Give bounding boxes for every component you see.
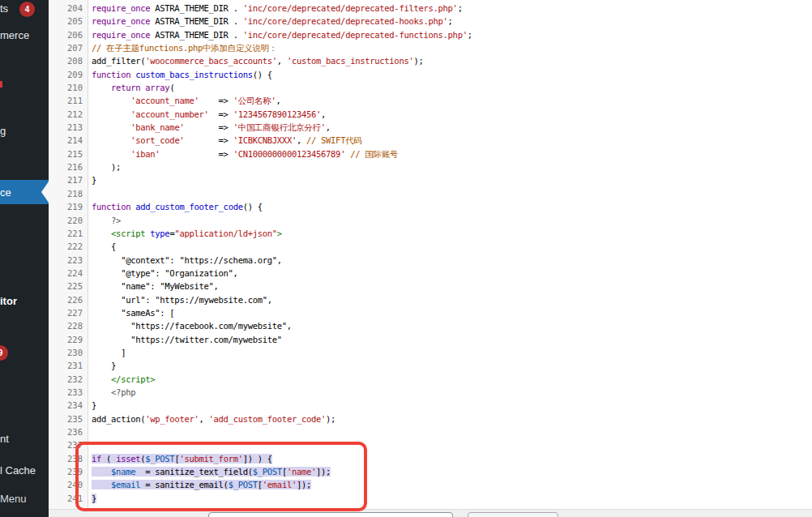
lookup-button[interactable] bbox=[468, 512, 558, 517]
code-editor[interactable]: require_once ASTRA_THEME_DIR . 'inc/core… bbox=[88, 0, 812, 509]
code-line[interactable]: ); bbox=[88, 160, 812, 173]
code-line[interactable]: 'account_name' => '公司名称', bbox=[88, 94, 812, 107]
code-line[interactable]: 'sort_code' => 'ICBKCNBJXXX', // SWIFT代码 bbox=[88, 134, 812, 147]
line-number: 222 bbox=[49, 240, 88, 253]
code-line[interactable]: { bbox=[88, 240, 812, 253]
code-line[interactable]: // 在子主题functions.php中添加自定义说明： bbox=[88, 41, 812, 54]
code-line[interactable]: function add_custom_footer_code() { bbox=[88, 200, 812, 213]
sidebar-item-menu[interactable]: Menu bbox=[0, 493, 27, 506]
code-line[interactable]: </script> bbox=[88, 373, 812, 386]
line-number: 216 bbox=[49, 160, 88, 173]
code-line[interactable]: 'iban' => 'CN1000000000123456789' // 国际账… bbox=[88, 147, 812, 160]
line-number: 208 bbox=[49, 54, 88, 67]
code-line[interactable]: add_action('wp_footer', 'add_custom_foot… bbox=[88, 412, 812, 425]
code-line[interactable]: "url": "https://mywebsite.com", bbox=[88, 293, 812, 306]
line-number: 205 bbox=[49, 15, 88, 28]
code-lines: require_once ASTRA_THEME_DIR . 'inc/core… bbox=[88, 2, 812, 505]
line-number: 235 bbox=[49, 412, 88, 425]
line-number: 227 bbox=[49, 306, 88, 319]
code-line[interactable]: require_once ASTRA_THEME_DIR . 'inc/core… bbox=[88, 28, 812, 41]
code-line[interactable]: ?> bbox=[88, 214, 812, 227]
line-number: 236 bbox=[49, 425, 88, 438]
sidebar-item-partial-2[interactable]: nt bbox=[0, 433, 9, 446]
code-line[interactable]: "https://twitter.com/mywebsite" bbox=[88, 333, 812, 346]
code-line[interactable]: "@context": "https://schema.org", bbox=[88, 254, 812, 267]
line-number: 204 bbox=[49, 2, 88, 15]
line-number: 225 bbox=[49, 280, 88, 293]
line-number: 209 bbox=[49, 68, 88, 81]
code-line[interactable]: 'bank_name' => '中国工商银行北京分行', bbox=[88, 121, 812, 134]
line-number: 206 bbox=[49, 28, 88, 41]
code-line[interactable]: "https://facebook.com/mywebsite", bbox=[88, 319, 812, 332]
line-number: 219 bbox=[49, 200, 88, 213]
line-number: 234 bbox=[49, 399, 88, 412]
active-item-arrow-icon bbox=[41, 182, 49, 203]
line-number: 215 bbox=[49, 147, 88, 160]
code-line[interactable]: } bbox=[88, 173, 812, 186]
documentation-select[interactable] bbox=[208, 512, 453, 517]
line-number: 214 bbox=[49, 134, 88, 147]
sidebar-item-woocommerce[interactable]: merce bbox=[0, 29, 29, 42]
code-line[interactable] bbox=[88, 187, 812, 200]
line-number: 211 bbox=[49, 94, 88, 107]
line-number: 212 bbox=[49, 108, 88, 121]
line-number: 232 bbox=[49, 373, 88, 386]
line-number-gutter: 2042052062072082092102112122132142152162… bbox=[49, 0, 88, 509]
code-line[interactable]: <script type="application/ld+json"> bbox=[88, 227, 812, 240]
code-line[interactable]: "sameAs": [ bbox=[88, 306, 812, 319]
line-number: 223 bbox=[49, 254, 88, 267]
line-number: 220 bbox=[49, 214, 88, 227]
code-line[interactable]: require_once ASTRA_THEME_DIR . 'inc/core… bbox=[88, 2, 812, 15]
line-number: 228 bbox=[49, 319, 88, 332]
update-indicator bbox=[0, 81, 2, 88]
code-line[interactable]: ] bbox=[88, 346, 812, 359]
code-line[interactable] bbox=[88, 425, 812, 438]
plugin-count-badge: 9 bbox=[0, 345, 8, 361]
annotation-red-box bbox=[75, 442, 367, 511]
line-number: 231 bbox=[49, 359, 88, 372]
line-number: 230 bbox=[49, 346, 88, 359]
code-line[interactable]: 'account_number' => '1234567890123456', bbox=[88, 108, 812, 121]
code-line[interactable]: "name": "MyWebsite", bbox=[88, 280, 812, 293]
code-line[interactable]: return array( bbox=[88, 81, 812, 94]
sidebar-item-partial[interactable]: g bbox=[0, 125, 6, 138]
line-number: 221 bbox=[49, 227, 88, 240]
code-line[interactable]: } bbox=[88, 399, 812, 412]
line-number: 210 bbox=[49, 81, 88, 94]
line-number: 229 bbox=[49, 333, 88, 346]
line-number: 218 bbox=[49, 187, 88, 200]
sidebar-item-comments[interactable]: ts bbox=[0, 2, 8, 15]
line-number: 226 bbox=[49, 293, 88, 306]
line-number: 213 bbox=[49, 121, 88, 134]
line-number: 224 bbox=[49, 267, 88, 280]
line-number: 233 bbox=[49, 386, 88, 399]
line-number: 217 bbox=[49, 173, 88, 186]
code-line[interactable]: require_once ASTRA_THEME_DIR . 'inc/core… bbox=[88, 15, 812, 28]
admin-sidebar: ts 4 merce g ce itor 9 nt l Cache Menu bbox=[0, 0, 49, 517]
comments-count-badge: 4 bbox=[19, 2, 35, 17]
sidebar-item-theme-editor[interactable]: itor bbox=[0, 295, 17, 308]
code-line[interactable]: function custom_bacs_instructions() { bbox=[88, 68, 812, 81]
sidebar-item-label: ce bbox=[0, 186, 11, 199]
code-line[interactable]: } bbox=[88, 359, 812, 372]
code-line[interactable]: "@type": "Organization", bbox=[88, 267, 812, 280]
code-line[interactable]: <?php bbox=[88, 386, 812, 399]
sidebar-item-cache[interactable]: l Cache bbox=[0, 464, 36, 477]
line-number: 207 bbox=[49, 41, 88, 54]
code-line[interactable]: add_filter('woocommerce_bacs_accounts', … bbox=[88, 54, 812, 67]
